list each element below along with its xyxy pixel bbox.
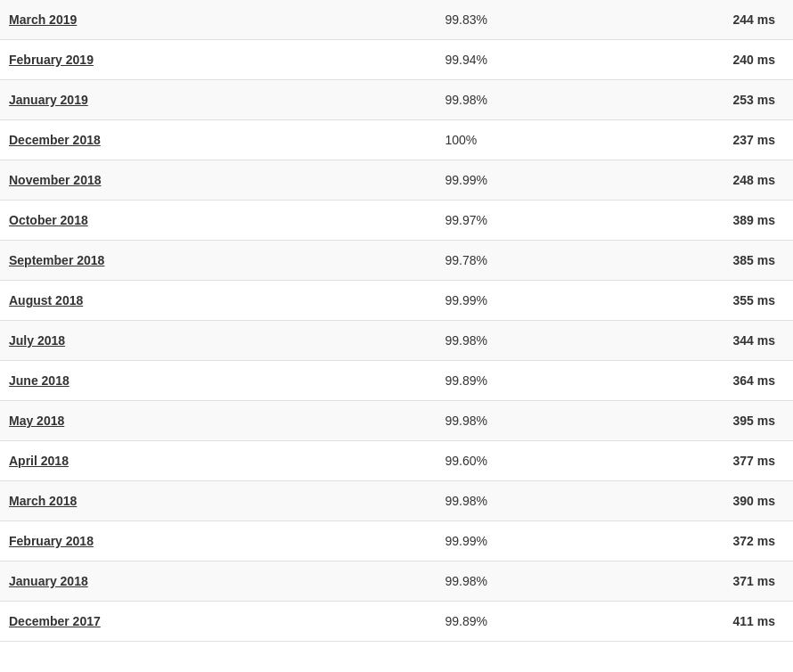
month-cell: December 2018 xyxy=(0,120,437,160)
response-value: 237 ms xyxy=(595,120,794,160)
table-row: June 201899.89%364 ms xyxy=(0,361,793,401)
response-value: 377 ms xyxy=(595,441,794,481)
uptime-value: 99.97% xyxy=(437,201,595,241)
month-cell: February 2018 xyxy=(0,521,437,561)
month-link[interactable]: January 2018 xyxy=(9,574,88,588)
month-link[interactable]: February 2018 xyxy=(9,534,94,548)
month-cell: April 2018 xyxy=(0,441,437,481)
response-value: 240 ms xyxy=(595,40,794,80)
table-row: September 201899.78%385 ms xyxy=(0,241,793,281)
uptime-value: 99.98% xyxy=(437,561,595,602)
uptime-value: 99.99% xyxy=(437,160,595,201)
uptime-value: 99.94% xyxy=(437,40,595,80)
month-link[interactable]: March 2018 xyxy=(9,494,77,508)
response-value: 390 ms xyxy=(595,481,794,521)
month-cell: August 2018 xyxy=(0,281,437,321)
uptime-value: 99.78% xyxy=(437,241,595,281)
response-value: 385 ms xyxy=(595,241,794,281)
table-row: February 201999.94%240 ms xyxy=(0,40,793,80)
month-cell: July 2018 xyxy=(0,321,437,361)
month-link[interactable]: October 2018 xyxy=(9,213,88,227)
month-cell: January 2018 xyxy=(0,561,437,602)
month-cell: December 2017 xyxy=(0,602,437,642)
month-link[interactable]: February 2019 xyxy=(9,53,94,67)
month-link[interactable]: April 2018 xyxy=(9,454,69,468)
response-value: 364 ms xyxy=(595,361,794,401)
month-link[interactable]: May 2018 xyxy=(9,414,64,428)
response-value: 371 ms xyxy=(595,561,794,602)
table-row: December 201799.89%411 ms xyxy=(0,602,793,642)
uptime-value: 100% xyxy=(437,120,595,160)
response-value: 344 ms xyxy=(595,321,794,361)
uptime-value: 99.98% xyxy=(437,321,595,361)
table-row: May 201899.98%395 ms xyxy=(0,401,793,441)
month-link[interactable]: June 2018 xyxy=(9,373,69,388)
table-row: December 2018100%237 ms xyxy=(0,120,793,160)
table-row: August 201899.99%355 ms xyxy=(0,281,793,321)
response-value: 248 ms xyxy=(595,160,794,201)
table-row: July 201899.98%344 ms xyxy=(0,321,793,361)
table-row: February 201899.99%372 ms xyxy=(0,521,793,561)
table-row: November 201899.99%248 ms xyxy=(0,160,793,201)
month-link[interactable]: March 2019 xyxy=(9,12,77,27)
response-value: 389 ms xyxy=(595,201,794,241)
month-link[interactable]: December 2017 xyxy=(9,614,101,628)
uptime-value: 99.99% xyxy=(437,281,595,321)
month-link[interactable]: September 2018 xyxy=(9,253,104,267)
table-row: March 201899.98%390 ms xyxy=(0,481,793,521)
uptime-value: 99.89% xyxy=(437,361,595,401)
response-value: 253 ms xyxy=(595,80,794,120)
response-value: 355 ms xyxy=(595,281,794,321)
uptime-value: 99.98% xyxy=(437,481,595,521)
month-link[interactable]: January 2019 xyxy=(9,93,88,107)
uptime-value: 99.83% xyxy=(437,0,595,40)
table-row: October 201899.97%389 ms xyxy=(0,201,793,241)
month-cell: January 2019 xyxy=(0,80,437,120)
response-value: 372 ms xyxy=(595,521,794,561)
month-cell: March 2018 xyxy=(0,481,437,521)
response-value: 411 ms xyxy=(595,602,794,642)
response-value: 244 ms xyxy=(595,0,794,40)
table-row: March 201999.83%244 ms xyxy=(0,0,793,40)
month-link[interactable]: November 2018 xyxy=(9,173,102,187)
month-cell: November 2018 xyxy=(0,160,437,201)
response-value: 395 ms xyxy=(595,401,794,441)
month-cell: May 2018 xyxy=(0,401,437,441)
uptime-history-table: March 201999.83%244 msFebruary 201999.94… xyxy=(0,0,793,642)
month-cell: October 2018 xyxy=(0,201,437,241)
uptime-value: 99.98% xyxy=(437,401,595,441)
table-row: January 201999.98%253 ms xyxy=(0,80,793,120)
table-row: April 201899.60%377 ms xyxy=(0,441,793,481)
uptime-value: 99.89% xyxy=(437,602,595,642)
uptime-value: 99.99% xyxy=(437,521,595,561)
month-cell: March 2019 xyxy=(0,0,437,40)
uptime-value: 99.98% xyxy=(437,80,595,120)
month-link[interactable]: August 2018 xyxy=(9,293,83,307)
month-cell: June 2018 xyxy=(0,361,437,401)
month-cell: February 2019 xyxy=(0,40,437,80)
table-row: January 201899.98%371 ms xyxy=(0,561,793,602)
month-cell: September 2018 xyxy=(0,241,437,281)
month-link[interactable]: July 2018 xyxy=(9,333,65,348)
month-link[interactable]: December 2018 xyxy=(9,133,101,147)
uptime-value: 99.60% xyxy=(437,441,595,481)
